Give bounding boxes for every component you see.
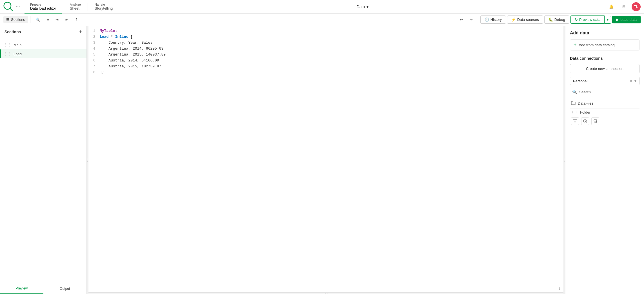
debug-icon: 🐛 <box>548 17 553 22</box>
code-line-7: 7 Austria, 2015, 182739.87 <box>88 64 563 70</box>
undo-button[interactable]: ↩ <box>457 16 466 23</box>
code-editor[interactable]: 1 MyTable: 2 Load * Inline [ 3 Country, … <box>88 26 563 292</box>
preview-data-button[interactable]: ↻ Preview data <box>570 16 605 24</box>
editor-bottom-bar: Preview Output <box>0 283 86 294</box>
nav-right: 🔔 ⊞ TL <box>607 2 641 11</box>
code-line-1: 1 MyTable: <box>88 28 563 34</box>
section-item-load[interactable]: ⋮⋮ Load 🗑 <box>0 49 86 58</box>
datafiles-folder-icon <box>571 101 576 106</box>
load-data-button[interactable]: ▶ Load data <box>612 16 641 23</box>
nav-tab-narrate[interactable]: Narrate Storytelling <box>89 0 118 14</box>
nav-tab-analyze[interactable]: Analyze Sheet <box>64 0 86 14</box>
output-tab[interactable]: Output <box>43 283 87 294</box>
nav-center: Data ▾ <box>118 5 607 9</box>
folder-action-3[interactable] <box>591 117 599 125</box>
search-input[interactable] <box>579 90 637 94</box>
search-icon: 🔍 <box>35 17 40 22</box>
nav-dots[interactable]: ··· <box>16 4 20 10</box>
section-item-main[interactable]: ⋮⋮ Main <box>0 40 86 49</box>
sections-header: Sections + <box>0 26 86 38</box>
section-name-load: Load <box>14 52 77 56</box>
top-nav: ··· Prepare Data load editor Analyze She… <box>0 0 644 14</box>
filter-label: Personal <box>573 79 587 83</box>
datafiles-label: DataFiles <box>578 101 593 105</box>
code-line-4: 4 Argentina, 2014, 66295.03 <box>88 46 563 52</box>
sections-title: Sections <box>5 30 21 34</box>
toolbar-right: ↩ ↪ 🕐 History ⚡ Data sources 🐛 Debug ↻ P… <box>457 16 641 24</box>
search-box: 🔍 <box>570 88 639 96</box>
add-data-title: Add data <box>570 30 639 36</box>
nav-sep-1 <box>63 3 63 11</box>
outdent-button[interactable]: ⇤ <box>63 16 71 23</box>
add-plus-icon: + <box>574 42 577 48</box>
grid-icon[interactable]: ⊞ <box>619 2 628 11</box>
redo-button[interactable]: ↪ <box>467 16 476 23</box>
toolbar: ☰ Sections 🔍 ≡ ⇥ ⇤ ? ↩ ↪ 🕐 History ⚡ Dat… <box>0 14 644 26</box>
data-sources-button[interactable]: ⚡ Data sources <box>507 16 543 24</box>
folder-item: ⋮⋮ Folder <box>570 109 639 116</box>
editor-panel: 1 MyTable: 2 Load * Inline [ 3 Country, … <box>88 26 563 294</box>
code-line-8: 8 ]; <box>88 70 563 76</box>
preview-tab[interactable]: Preview <box>0 283 43 294</box>
indent-button[interactable]: ⇥ <box>53 16 61 23</box>
outdent-icon: ⇤ <box>65 17 68 22</box>
history-button[interactable]: 🕐 History <box>480 16 506 24</box>
drag-handle-main: ⋮⋮ <box>3 43 11 47</box>
connection-filter[interactable]: Personal × ▾ <box>570 77 639 85</box>
code-line-2: 2 Load * Inline [ <box>88 34 563 40</box>
sections-panel: Sections + ⋮⋮ Main ⋮⋮ Load 🗑 Preview Out… <box>0 26 87 294</box>
code-line-5: 5 Argentina, 2015, 140037.89 <box>88 52 563 58</box>
redo-icon: ↪ <box>470 17 473 22</box>
filter-actions: × ▾ <box>630 79 636 83</box>
bottom-resize-handle[interactable] <box>88 292 563 294</box>
sections-toggle-button[interactable]: ☰ Sections <box>3 16 28 23</box>
folder-label: Folder <box>580 110 590 114</box>
sections-icon: ☰ <box>6 17 10 22</box>
load-icon: ▶ <box>616 17 619 22</box>
preview-data-group: ↻ Preview data ▾ <box>570 16 611 24</box>
folder-action-2[interactable] <box>581 117 589 125</box>
toolbar-sep-2 <box>478 16 478 23</box>
preview-data-dropdown[interactable]: ▾ <box>605 16 611 24</box>
code-line-6: 6 Austria, 2014, 54166.09 <box>88 58 563 64</box>
data-connections-title: Data connections <box>570 56 639 61</box>
data-sources-icon: ⚡ <box>511 17 516 22</box>
section-name-main: Main <box>14 43 83 47</box>
notification-icon[interactable]: 🔔 <box>607 2 616 11</box>
add-catalog-button[interactable]: + Add from data catalog <box>570 39 639 50</box>
sections-list: ⋮⋮ Main ⋮⋮ Load 🗑 <box>0 38 86 283</box>
folder-action-icons <box>570 116 639 126</box>
code-line-3: 3 Country, Year, Sales <box>88 40 563 46</box>
right-panel: Add data + Add from data catalog Data co… <box>565 26 644 294</box>
indent-icon: ⇥ <box>55 17 59 22</box>
drag-handle-load: ⋮⋮ <box>3 52 11 56</box>
svg-line-1 <box>10 8 12 11</box>
create-connection-button[interactable]: Create new connection <box>570 64 639 73</box>
filter-clear-icon[interactable]: × <box>630 79 632 83</box>
search-button[interactable]: 🔍 <box>33 16 43 23</box>
nav-sep-2 <box>88 3 88 11</box>
debug-button[interactable]: 🐛 Debug <box>544 16 569 24</box>
undo-icon: ↩ <box>460 17 463 22</box>
avatar[interactable]: TL <box>632 2 641 11</box>
qlik-logo[interactable] <box>3 2 14 12</box>
resizer-indicator: ⋮⋮ <box>571 110 578 114</box>
search-small-icon: 🔍 <box>572 90 577 94</box>
preview-icon: ↻ <box>575 17 578 22</box>
folder-action-1[interactable] <box>571 117 579 125</box>
help-button[interactable]: ? <box>72 16 80 23</box>
nav-tab-prepare[interactable]: Prepare Data load editor <box>25 0 62 14</box>
toolbar-sep-1 <box>30 16 30 23</box>
data-dropdown[interactable]: Data ▾ <box>357 5 369 9</box>
help-icon: ? <box>75 17 77 22</box>
filter-dropdown-icon[interactable]: ▾ <box>634 79 636 83</box>
add-section-button[interactable]: + <box>79 29 82 34</box>
datafiles-item[interactable]: DataFiles <box>570 98 639 109</box>
lines-button[interactable]: ≡ <box>44 16 52 23</box>
history-icon: 🕐 <box>485 17 489 22</box>
info-icon[interactable]: ℹ <box>559 287 560 291</box>
main-layout: Sections + ⋮⋮ Main ⋮⋮ Load 🗑 Preview Out… <box>0 26 644 294</box>
lines-icon: ≡ <box>47 17 49 22</box>
